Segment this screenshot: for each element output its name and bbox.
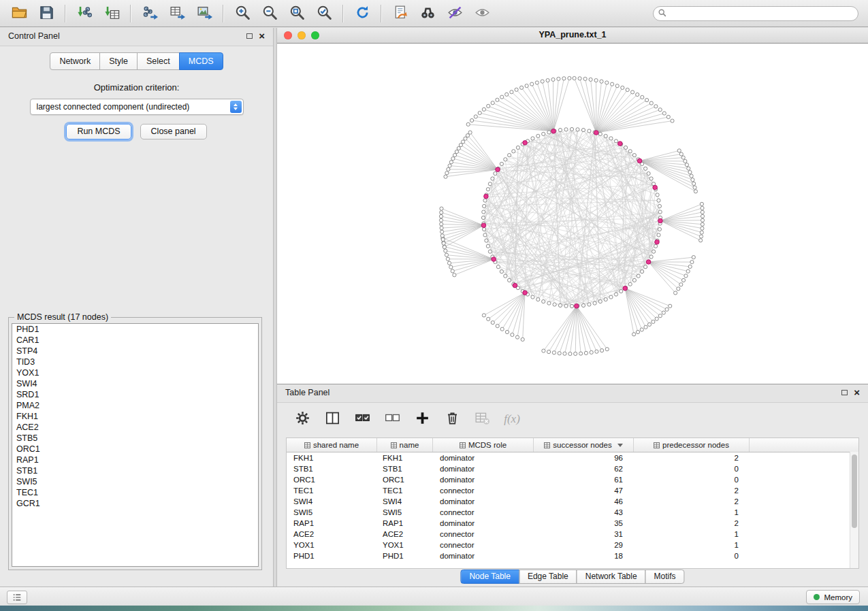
list-item[interactable]: RAP1 bbox=[12, 455, 258, 465]
show-all-button[interactable] bbox=[468, 2, 496, 25]
table-panel-tabs: Node TableEdge TableNetwork TableMotifs bbox=[460, 569, 684, 584]
table-row[interactable]: ORC1ORC1dominator610 bbox=[287, 474, 858, 485]
hide-selected-button[interactable] bbox=[441, 2, 468, 25]
tab-select[interactable]: Select bbox=[137, 52, 180, 70]
close-panel-button[interactable]: Close panel bbox=[140, 124, 207, 139]
list-item[interactable]: STP4 bbox=[12, 346, 258, 357]
export-table-button[interactable] bbox=[163, 2, 191, 25]
tab-network[interactable]: Network bbox=[50, 52, 100, 70]
window-zoom-icon[interactable] bbox=[311, 31, 319, 39]
criterion-dropdown[interactable]: largest connected component (undirected) bbox=[30, 99, 244, 115]
column-header-name[interactable]: name bbox=[377, 438, 433, 452]
table-row[interactable]: SWI4SWI4dominator462 bbox=[287, 496, 858, 507]
tab-style[interactable]: Style bbox=[99, 52, 138, 70]
list-item[interactable]: STB5 bbox=[12, 433, 258, 444]
table-cell: ORC1 bbox=[287, 476, 377, 484]
import-table-button[interactable] bbox=[98, 2, 125, 25]
table-row[interactable]: SWI5SWI5connector431 bbox=[287, 507, 858, 518]
zoom-selected-button[interactable] bbox=[310, 2, 338, 25]
network-canvas-svg[interactable] bbox=[277, 44, 868, 384]
tab-node-table[interactable]: Node Table bbox=[460, 569, 519, 584]
clipboard-share-button[interactable] bbox=[387, 2, 414, 25]
table-cell: 35 bbox=[534, 519, 634, 527]
table-scrollbar[interactable] bbox=[850, 452, 858, 568]
table-row[interactable]: PHD1PHD1dominator180 bbox=[287, 550, 858, 561]
panel-menu-button[interactable] bbox=[7, 591, 27, 604]
table-row[interactable]: ACE2ACE2connector311 bbox=[287, 529, 858, 540]
column-header-MCDS-role[interactable]: MCDS role bbox=[433, 438, 534, 452]
table-cell: TEC1 bbox=[377, 486, 433, 495]
column-label: predecessor nodes bbox=[662, 441, 729, 449]
zoom-in-button[interactable] bbox=[229, 2, 256, 25]
search-input[interactable] bbox=[653, 6, 858, 21]
table-cell: dominator bbox=[433, 519, 534, 527]
close-table-panel-icon[interactable]: × bbox=[854, 386, 860, 399]
refresh-button[interactable] bbox=[349, 2, 376, 25]
table-cell: STB1 bbox=[287, 465, 377, 473]
list-item[interactable]: CAR1 bbox=[12, 335, 258, 346]
window-close-icon[interactable] bbox=[284, 31, 292, 39]
tab-network-table[interactable]: Network Table bbox=[577, 569, 646, 584]
float-panel-icon[interactable] bbox=[246, 33, 253, 39]
table-cell: dominator bbox=[433, 465, 534, 473]
desktop-wallpaper-strip bbox=[0, 606, 868, 611]
column-header-successor-nodes[interactable]: successor nodes bbox=[534, 438, 634, 452]
table-row[interactable]: YOX1YOX1connector291 bbox=[287, 540, 858, 550]
sort-descending-icon[interactable] bbox=[617, 444, 623, 447]
table-row[interactable]: FKH1FKH1dominator962 bbox=[287, 452, 858, 463]
tab-mcds[interactable]: MCDS bbox=[179, 52, 223, 70]
delete-button[interactable] bbox=[443, 410, 461, 428]
function-button: f(x) bbox=[503, 410, 521, 428]
column-button[interactable] bbox=[323, 410, 341, 428]
zoom-out-button[interactable] bbox=[256, 2, 283, 25]
list-item[interactable]: FKH1 bbox=[12, 411, 258, 422]
export-image-icon bbox=[197, 5, 212, 22]
list-item[interactable]: PHD1 bbox=[12, 324, 258, 335]
list-item[interactable]: PMA2 bbox=[12, 400, 258, 411]
mcds-result-list[interactable]: PHD1CAR1STP4TID3YOX1SWI4SRD1PMA2FKH1ACE2… bbox=[12, 323, 259, 567]
table-row[interactable]: TEC1TEC1connector472 bbox=[287, 485, 858, 496]
column-grid-icon bbox=[460, 442, 466, 448]
float-table-panel-icon[interactable] bbox=[841, 390, 848, 395]
scrollbar-thumb[interactable] bbox=[852, 455, 857, 528]
list-item[interactable]: GCR1 bbox=[12, 498, 258, 509]
run-mcds-button[interactable]: Run MCDS bbox=[66, 124, 131, 139]
list-item[interactable]: ORC1 bbox=[12, 444, 258, 455]
zoom-fit-button[interactable] bbox=[283, 2, 310, 25]
import-network-icon bbox=[77, 5, 93, 22]
list-item[interactable]: SRD1 bbox=[12, 389, 258, 400]
export-network-button[interactable] bbox=[136, 2, 163, 25]
table-cell: 0 bbox=[634, 552, 750, 560]
select-unchecked-button[interactable] bbox=[383, 410, 401, 428]
table-cell: 61 bbox=[534, 476, 634, 484]
table-cell: 1 bbox=[634, 541, 750, 549]
table-row[interactable]: STB1STB1dominator620 bbox=[287, 463, 858, 474]
column-header-predecessor-nodes[interactable]: predecessor nodes bbox=[634, 438, 750, 452]
search-network-button[interactable] bbox=[414, 2, 441, 25]
save-icon bbox=[39, 5, 54, 22]
table-cell: SWI4 bbox=[377, 497, 433, 506]
table-row[interactable]: RAP1RAP1dominator352 bbox=[287, 518, 858, 529]
list-item[interactable]: SWI4 bbox=[12, 378, 258, 389]
memory-button[interactable]: Memory bbox=[806, 590, 860, 604]
close-panel-icon[interactable]: × bbox=[259, 30, 265, 42]
list-item[interactable]: TID3 bbox=[12, 357, 258, 367]
open-button[interactable] bbox=[5, 2, 33, 25]
add-button[interactable] bbox=[413, 410, 431, 428]
list-item[interactable]: TEC1 bbox=[12, 487, 258, 498]
list-item[interactable]: YOX1 bbox=[12, 367, 258, 378]
list-item[interactable]: STB1 bbox=[12, 465, 258, 476]
tab-edge-table[interactable]: Edge Table bbox=[519, 569, 577, 584]
save-button[interactable] bbox=[33, 2, 60, 25]
settings-gear-icon bbox=[295, 410, 310, 428]
table-cell: 0 bbox=[634, 465, 750, 473]
select-checked-button[interactable] bbox=[353, 410, 371, 428]
export-image-button[interactable] bbox=[191, 2, 218, 25]
column-header-shared-name[interactable]: shared name bbox=[287, 438, 377, 452]
tab-motifs[interactable]: Motifs bbox=[645, 569, 685, 584]
import-network-button[interactable] bbox=[71, 2, 98, 25]
window-minimize-icon[interactable] bbox=[298, 31, 306, 39]
list-item[interactable]: SWI5 bbox=[12, 476, 258, 487]
settings-gear-button[interactable] bbox=[293, 410, 311, 428]
list-item[interactable]: ACE2 bbox=[12, 422, 258, 433]
